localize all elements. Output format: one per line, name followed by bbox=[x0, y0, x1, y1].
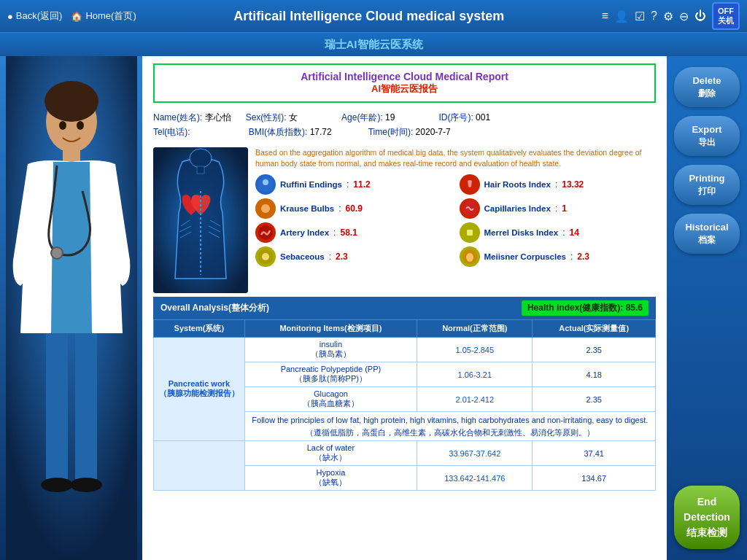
actual-glucagon: 2.35 bbox=[533, 387, 656, 412]
artery-icon bbox=[255, 222, 276, 243]
svg-point-10 bbox=[70, 478, 102, 492]
table-row-insulin: Pancreatic work（胰腺功能检测报告） insulin（胰岛素） 1… bbox=[154, 338, 656, 362]
user-icon[interactable]: 👤 bbox=[614, 9, 629, 23]
right-sidebar: Delete 删除 Export 导出 Printing 打印 Historic… bbox=[667, 56, 747, 560]
metric-artery: Artery Index : 58.1 bbox=[255, 222, 452, 243]
sex-label: Sex(性别): 女 bbox=[246, 112, 298, 124]
home-button[interactable]: 🏠 Home(首页) bbox=[71, 9, 136, 23]
end-detection-button[interactable]: End Detection 结束检测 bbox=[674, 486, 740, 549]
svg-rect-8 bbox=[75, 333, 97, 479]
data-table: System(系统) Monitoring Items(检测项目) Normal… bbox=[153, 319, 656, 491]
actual-pp: 4.18 bbox=[533, 362, 656, 387]
metric-capillaries: Capillaries Index : 1 bbox=[460, 198, 657, 219]
health-index-label: Health index(健康指数): bbox=[527, 303, 623, 313]
metrics-description: Based on the aggregation algorithm of me… bbox=[255, 147, 656, 168]
health-index-value: 85.6 bbox=[626, 303, 643, 313]
metrics-grid: Ruffini Endings : 11.2 Hair Roots Index … bbox=[255, 174, 656, 267]
patient-info-row-2: Tel(电话): BMI(体质指数): 17.72 Time(时间): 2020… bbox=[153, 126, 656, 139]
minus-icon[interactable]: ⊖ bbox=[679, 9, 689, 23]
power-icon[interactable]: ⏻ bbox=[694, 9, 706, 23]
meiisner-name: Meiisner Corpuscles bbox=[484, 252, 566, 261]
body-image bbox=[153, 147, 248, 293]
delete-label-cn: 删除 bbox=[680, 88, 734, 100]
meiisner-value: 2.3 bbox=[577, 252, 589, 262]
printing-button[interactable]: Printing 打印 bbox=[674, 165, 740, 205]
item-pp: Pancreatic Polypeptide (PP)（胰多肽(简称PP)） bbox=[244, 362, 417, 387]
normal-hypoxia: 133.642-141.476 bbox=[417, 466, 533, 491]
health-index-badge: Health index(健康指数): 85.6 bbox=[522, 300, 649, 316]
help-icon[interactable]: ? bbox=[651, 9, 657, 23]
export-button[interactable]: Export 导出 bbox=[674, 116, 740, 156]
left-panel bbox=[0, 56, 142, 560]
system-cell-pancreatic: Pancreatic work（胰腺功能检测报告） bbox=[154, 338, 245, 441]
name-label: Name(姓名): 李心怡 bbox=[153, 112, 231, 124]
svg-point-9 bbox=[41, 478, 73, 492]
capillaries-value: 1 bbox=[562, 203, 567, 214]
metric-ruffini: Ruffini Endings : 11.2 bbox=[255, 174, 452, 195]
settings-icon[interactable]: ⚙ bbox=[663, 9, 673, 23]
anatomy-svg bbox=[153, 147, 248, 293]
svg-point-33 bbox=[466, 253, 473, 262]
hair-roots-name: Hair Roots Index bbox=[484, 180, 551, 189]
overall-header: Overall Analysis(整体分析) Health index(健康指数… bbox=[153, 297, 656, 319]
delete-label-en: Delete bbox=[680, 74, 734, 88]
doctor-image bbox=[0, 56, 142, 560]
actual-insulin: 2.35 bbox=[533, 338, 656, 362]
printing-label-cn: 打印 bbox=[680, 185, 734, 198]
export-label-cn: 导出 bbox=[680, 136, 734, 149]
actual-lack-water: 37.41 bbox=[533, 441, 656, 466]
svg-point-5 bbox=[59, 121, 66, 130]
printing-label-en: Printing bbox=[680, 172, 734, 185]
advice-cell: Follow the principles of low fat, high p… bbox=[244, 412, 655, 441]
col-actual: Actual(实际测量值) bbox=[533, 320, 656, 338]
metric-sebaceous: Sebaceous : 2.3 bbox=[255, 246, 452, 267]
svg-rect-20 bbox=[197, 166, 204, 174]
merrel-icon bbox=[460, 222, 480, 243]
capillaries-name: Capillaries Index bbox=[484, 204, 551, 213]
metrics-section: Based on the aggregation algorithm of me… bbox=[153, 147, 656, 293]
check-icon[interactable]: ☑ bbox=[635, 9, 645, 23]
svg-rect-7 bbox=[46, 333, 68, 479]
hair-roots-icon bbox=[460, 174, 480, 195]
historical-label-en: Historical bbox=[680, 221, 734, 234]
back-icon: ● bbox=[7, 11, 13, 22]
sebaceous-name: Sebaceous bbox=[280, 252, 325, 261]
svg-rect-29 bbox=[467, 230, 473, 236]
home-label: Home(首页) bbox=[85, 9, 136, 23]
menu-icon[interactable]: ≡ bbox=[602, 9, 608, 23]
svg-point-31 bbox=[262, 253, 269, 260]
item-hypoxia: Hypoxia（缺氧） bbox=[244, 466, 417, 491]
delete-button[interactable]: Delete 删除 bbox=[674, 67, 740, 107]
report-title-chinese: AI智能云医报告 bbox=[160, 82, 649, 96]
hair-roots-value: 13.32 bbox=[562, 179, 584, 190]
normal-insulin: 1.05-2.845 bbox=[417, 338, 533, 362]
col-monitoring: Monitoring Items(检测项目) bbox=[244, 320, 417, 338]
top-bar-left: ● Back(返回) 🏠 Home(首页) bbox=[7, 9, 136, 23]
historical-label-cn: 档案 bbox=[680, 234, 734, 246]
top-bar: ● Back(返回) 🏠 Home(首页) Artificail Intelli… bbox=[0, 0, 747, 33]
historical-button[interactable]: Historical 档案 bbox=[674, 214, 740, 254]
item-lack-water: Lack of water（缺水） bbox=[244, 441, 417, 466]
sebaceous-icon bbox=[255, 246, 276, 267]
report-title-english: Artificial Intelligence Cloud Medical Re… bbox=[160, 71, 649, 82]
actual-hypoxia: 134.67 bbox=[533, 466, 656, 491]
ruffini-icon bbox=[255, 174, 276, 195]
subtitle: 瑞士AI智能云医系统 bbox=[325, 38, 423, 52]
off-button[interactable]: OFF关机 bbox=[712, 2, 740, 30]
normal-pp: 1.06-3.21 bbox=[417, 362, 533, 387]
ruffini-value: 11.2 bbox=[353, 179, 370, 190]
overall-label: Overall Analysis(整体分析) bbox=[160, 302, 269, 314]
svg-point-25 bbox=[261, 204, 270, 213]
svg-point-6 bbox=[77, 121, 84, 130]
merrel-value: 14 bbox=[569, 228, 578, 238]
back-button[interactable]: ● Back(返回) bbox=[7, 9, 62, 23]
svg-point-2 bbox=[44, 81, 98, 122]
age-label: Age(年龄): 19 bbox=[341, 112, 395, 124]
krause-icon bbox=[255, 198, 276, 219]
ruffini-name: Ruffini Endings bbox=[280, 180, 342, 189]
metric-merrel: Merrel Disks Index : 14 bbox=[460, 222, 657, 243]
artery-value: 58.1 bbox=[340, 228, 357, 238]
doctor-svg bbox=[6, 56, 137, 560]
meiisner-icon bbox=[460, 246, 480, 267]
id-label: ID(序号): 001 bbox=[438, 112, 490, 124]
